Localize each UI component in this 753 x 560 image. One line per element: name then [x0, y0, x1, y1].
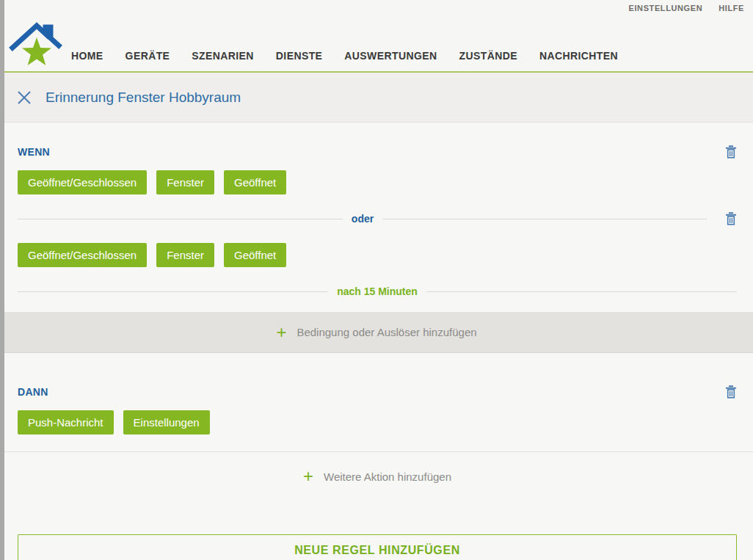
add-action-label: Weitere Aktion hinzufügen	[324, 470, 451, 483]
nav-home[interactable]: HOME	[71, 50, 103, 62]
action-settings-chip[interactable]: Einstellungen	[123, 410, 210, 434]
wenn-label: WENN	[18, 146, 50, 158]
help-link[interactable]: HILFE	[719, 4, 744, 12]
condition-type-chip[interactable]: Geöffnet/Geschlossen	[18, 243, 147, 267]
dann-label: DANN	[18, 386, 48, 398]
plus-icon: +	[276, 324, 286, 341]
or-divider-row: oder	[18, 194, 737, 243]
nav-dienste[interactable]: DIENSTE	[276, 50, 322, 62]
nav-geraete[interactable]: GERÄTE	[126, 50, 170, 62]
divider-line	[426, 291, 737, 292]
add-condition-bar[interactable]: + Bedingung oder Auslöser hinzufügen	[0, 312, 753, 353]
close-icon[interactable]	[16, 90, 32, 106]
add-action-row[interactable]: + Weitere Aktion hinzufügen	[18, 452, 737, 501]
page-title: Erinnerung Fenster Hobbyraum	[46, 90, 241, 106]
rule-title-bar: Erinnerung Fenster Hobbyraum	[0, 73, 753, 123]
delete-condition-2-icon[interactable]	[725, 212, 737, 225]
delete-condition-1-icon[interactable]	[725, 145, 737, 159]
divider-line	[18, 219, 343, 219]
plus-icon: +	[303, 468, 313, 485]
condition-state-chip[interactable]: Geöffnet	[224, 170, 286, 194]
dann-section-head: DANN	[18, 385, 737, 399]
condition-device-chip[interactable]: Fenster	[156, 170, 214, 194]
utility-nav: EINSTELLUNGEN HILFE	[629, 4, 744, 12]
nav-zustaende[interactable]: ZUSTÄNDE	[459, 50, 517, 62]
wenn-section-head: WENN	[18, 145, 737, 159]
divider-line	[382, 219, 707, 219]
home-star-logo[interactable]	[9, 15, 63, 70]
action-type-chip[interactable]: Push-Nachricht	[18, 410, 114, 434]
condition-group-2: Geöffnet/Geschlossen Fenster Geöffnet	[18, 243, 737, 267]
delete-action-icon[interactable]	[725, 385, 737, 399]
nav-nachrichten[interactable]: NACHRICHTEN	[539, 50, 618, 62]
divider-line	[18, 291, 328, 292]
nav-szenarien[interactable]: SZENARIEN	[192, 50, 254, 62]
condition-group-1: Geöffnet/Geschlossen Fenster Geöffnet	[18, 170, 737, 194]
delay-divider-row: nach 15 Minuten	[18, 267, 737, 316]
action-group: Push-Nachricht Einstellungen	[18, 410, 737, 434]
condition-device-chip[interactable]: Fenster	[156, 243, 214, 267]
or-divider-label: oder	[343, 213, 382, 225]
app-header: EINSTELLUNGEN HILFE HOME GERÄTE SZENARIE…	[0, 0, 753, 73]
settings-link[interactable]: EINSTELLUNGEN	[629, 4, 703, 12]
nav-auswertungen[interactable]: AUSWERTUNGEN	[344, 50, 437, 62]
main-nav: HOME GERÄTE SZENARIEN DIENSTE AUSWERTUNG…	[71, 50, 618, 62]
star-icon	[22, 37, 51, 65]
rule-editor: WENN Geöffnet/Geschlossen Fenster Geöffn…	[0, 145, 753, 560]
delay-label[interactable]: nach 15 Minuten	[328, 286, 426, 297]
condition-type-chip[interactable]: Geöffnet/Geschlossen	[18, 170, 147, 194]
add-condition-label: Bedingung oder Auslöser hinzufügen	[297, 326, 476, 338]
new-rule-button[interactable]: NEUE REGEL HINZUFÜGEN	[18, 534, 737, 560]
condition-state-chip[interactable]: Geöffnet	[224, 243, 286, 267]
left-edge-strip	[0, 0, 4, 560]
